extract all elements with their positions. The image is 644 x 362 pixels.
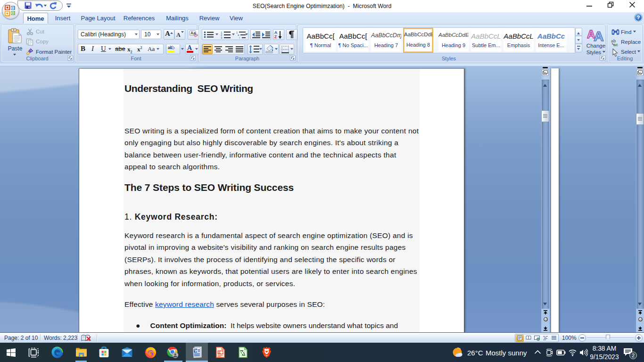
svg-text:Z: Z — [274, 34, 277, 39]
svg-text:A: A — [594, 28, 604, 42]
svg-text:ac: ac — [613, 42, 618, 47]
svg-text:3: 3 — [221, 36, 223, 39]
svg-text:i: i — [239, 36, 239, 39]
